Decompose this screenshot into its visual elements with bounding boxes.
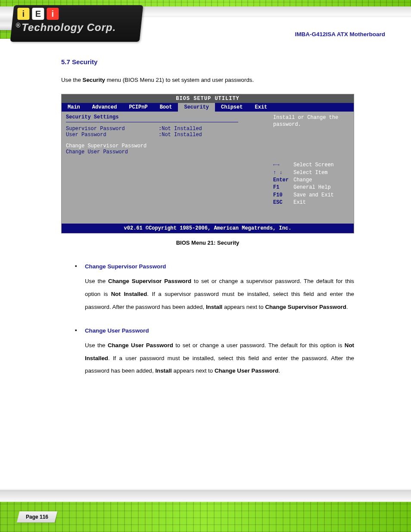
bios-screenshot: BIOS SETUP UTILITY MainAdvancedPCIPnPBoo… [61,94,354,233]
bios-action: Change User Password [66,149,265,155]
bios-row: User Password:Not Installed [66,132,265,138]
bios-action: Change Supervisor Password [66,143,265,149]
header-band: i E i ®Technology Corp. IMBA-G412ISA ATX… [0,0,411,47]
page-number-tag: Page 116 [17,511,57,523]
bios-nav-key: Enter [273,177,290,184]
bullet-title: Change User Password [85,327,354,334]
bios-tab-boot: Boot [154,103,178,112]
bullet-bold: Not Installed [111,291,147,297]
logo-block: i E i ®Technology Corp. [10,5,143,42]
bios-nav-item: F10 Save and Exit [273,192,350,199]
lead-prefix: Use the [61,77,83,83]
bios-nav-item: ←→ Select Screen [273,162,350,169]
bios-tabs: MainAdvancedPCIPnPBootSecurityChipsetExi… [62,103,354,112]
footer-band: Page 116 [0,476,411,532]
bios-footer: v02.61 ©Copyright 1985-2006, American Me… [62,224,354,233]
bios-tab-pcipnp: PCIPnP [123,103,153,112]
bullet-bold: Install [206,304,222,310]
bios-action-label: Change Supervisor Password [66,143,159,149]
bios-nav-key: ←→ [273,162,290,169]
bios-caption: BIOS Menu 21: Security [61,240,354,246]
bios-nav-label: Exit [290,199,306,205]
bios-nav-item: F1 General Help [273,184,350,191]
bios-row-key: User Password [66,132,159,138]
page-number: Page 116 [26,514,48,520]
bios-hint: Install or Change the password. [273,114,350,128]
section-title: Security [72,58,97,65]
bios-rows: Supervisor Password:Not InstalledUser Pa… [66,126,265,138]
bios-nav-key: ESC [273,199,290,206]
bios-body: Security Settings Supervisor Password:No… [62,112,354,224]
content: 5.7 Security Use the Security menu (BIOS… [61,58,354,391]
footer-pcb-texture [0,502,411,532]
bios-right-panel: Install or Change the password. ←→ Selec… [270,112,354,224]
bios-nav-item: Enter Change [273,177,350,184]
bios-tab-chipset: Chipset [215,103,249,112]
bios-nav-label: Save and Exit [290,192,334,198]
logo-letter-e: E [32,8,44,20]
bios-actions: Change Supervisor PasswordChange User Pa… [66,143,265,155]
logo-letter-i: i [17,8,29,20]
bios-nav-key: F1 [273,184,290,191]
bullet-bold: Change User Password [215,367,279,374]
bios-nav-label: Change [290,177,312,183]
bios-row-key: Supervisor Password [66,126,159,132]
product-label: IMBA-G412ISA ATX Motherboard [295,31,385,37]
bios-nav-item: ESC Exit [273,199,350,206]
bullet-bold: Change Supervisor Password [108,278,191,284]
section-lead: Use the Security menu (BIOS Menu 21) to … [61,76,354,84]
bios-row: Supervisor Password:Not Installed [66,126,265,132]
bios-nav-key: ↑ ↓ [273,169,290,177]
bios-tab-advanced: Advanced [86,103,123,112]
bios-action-label: Change User Password [66,149,159,155]
bullet-bold: Change Supervisor Password [265,304,346,310]
section-number: 5.7 [61,58,70,65]
section-heading: 5.7 Security [61,58,354,65]
bios-tab-security: Security [178,103,215,112]
bios-tab-main: Main [62,103,86,112]
lead-suffix: menu (BIOS Menu 21) to set system and us… [107,77,254,83]
logo-letter-i2: i [47,8,59,20]
bios-left-panel: Security Settings Supervisor Password:No… [62,112,270,224]
bios-group-title: Security Settings [66,114,265,120]
lead-bold: Security [83,77,105,83]
bios-tab-exit: Exit [249,103,273,112]
bios-nav-label: Select Screen [290,162,334,168]
logo-registered: ® [16,22,21,29]
bios-nav-key: F10 [273,192,290,199]
bios-title: BIOS SETUP UTILITY [62,94,354,103]
bios-divider [66,122,238,122]
bullet-title: Change Supervisor Password [85,263,354,270]
bullet-bold: Install [155,367,171,374]
bios-nav-item: ↑ ↓ Select Item [273,169,350,177]
bios-nav-label: Select Item [290,170,327,176]
bios-row-value: :Not Installed [159,132,202,138]
logo-letters: i E i [17,8,138,20]
logo-text: ®Technology Corp. [16,22,137,33]
bullet-text: Use the Change Supervisor Password to se… [85,275,354,314]
bullet-bold: Change User Password [108,342,173,348]
logo-brand-text: Technology Corp. [22,22,116,33]
bullet-item: Change Supervisor PasswordUse the Change… [61,263,354,314]
bullet-text: Use the Change User Password to set or c… [85,339,354,378]
bullet-item: Change User PasswordUse the Change User … [61,327,354,378]
bios-nav-label: General Help [290,184,331,190]
page: i E i ®Technology Corp. IMBA-G412ISA ATX… [0,0,411,532]
bullet-list: Change Supervisor PasswordUse the Change… [61,263,354,377]
bios-row-value: :Not Installed [159,126,202,132]
bios-nav: ←→ Select Screen↑ ↓ Select ItemEnter Cha… [273,162,350,206]
